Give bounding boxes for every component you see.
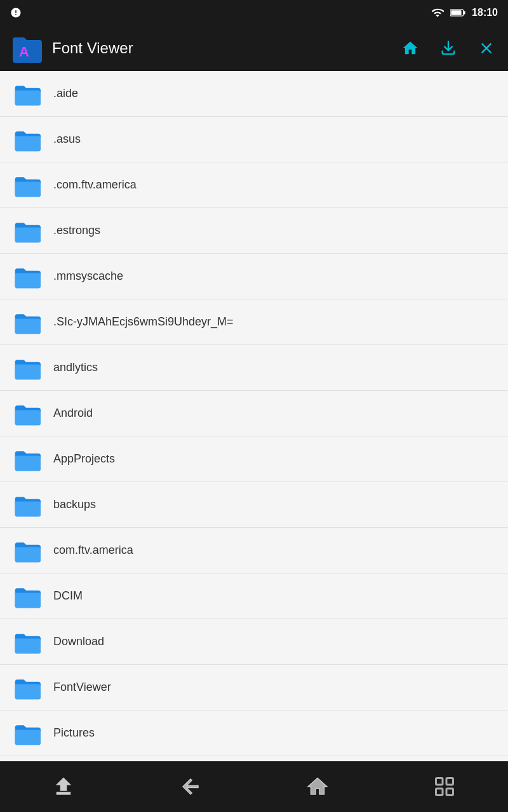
svg-text:A: A (19, 44, 29, 60)
folder-icon (13, 400, 41, 428)
svg-rect-1 (451, 10, 461, 15)
folder-name: FontViewer (53, 681, 111, 694)
folder-item[interactable]: FontViewer (0, 665, 508, 710)
download-button[interactable] (437, 37, 460, 60)
folder-name: .aide (53, 87, 78, 100)
folder-item[interactable]: Android (0, 391, 508, 436)
folder-icon (13, 491, 41, 519)
file-list: .aide .asus .com.ftv.america .estrongs . (0, 71, 508, 761)
folder-item[interactable]: .com.ftv.america (0, 162, 508, 208)
folder-name: Android (53, 407, 93, 420)
up-button[interactable] (44, 768, 83, 806)
folder-icon (13, 171, 41, 199)
app-title: Font Viewer (52, 39, 389, 57)
folder-icon (13, 263, 41, 291)
nav-home-icon (306, 775, 329, 798)
folder-icon (13, 537, 41, 565)
folder-item[interactable]: com.ftv.america (0, 528, 508, 573)
folder-name: AppProjects (53, 452, 115, 466)
folder-name: .mmsyscache (53, 270, 123, 283)
home-icon (401, 39, 419, 57)
folder-icon (13, 80, 41, 108)
folder-icon (13, 126, 41, 154)
folder-icon (13, 308, 41, 336)
folder-name: com.ftv.america (53, 544, 133, 557)
battery-icon (450, 7, 465, 18)
svg-rect-5 (446, 778, 453, 785)
folder-item[interactable]: .aide (0, 71, 508, 117)
folder-name: andlytics (53, 361, 98, 374)
wifi-icon (431, 6, 444, 19)
folder-item[interactable]: .asus (0, 117, 508, 162)
folder-item[interactable]: .mmsyscache (0, 254, 508, 299)
folder-item[interactable]: AppProjects (0, 436, 508, 482)
folder-icon (13, 354, 41, 382)
svg-rect-2 (464, 11, 465, 14)
app-bar-actions (399, 37, 498, 60)
folder-item[interactable]: .estrongs (0, 208, 508, 254)
up-icon (52, 775, 75, 798)
recents-icon (433, 775, 456, 798)
svg-rect-7 (436, 789, 443, 796)
folder-item[interactable]: .SIc-yJMAhEcjs6wmSi9Uhdeyr_M= (0, 299, 508, 345)
folder-name: .asus (53, 133, 81, 146)
back-icon (179, 775, 202, 798)
folder-name: Download (53, 635, 104, 648)
app-bar: A Font Viewer (0, 25, 508, 71)
folder-item[interactable]: DCIM (0, 573, 508, 619)
app-logo: A (10, 32, 42, 64)
folder-item[interactable]: Ringtones (0, 756, 508, 761)
svg-rect-6 (446, 789, 453, 796)
svg-rect-4 (436, 778, 443, 785)
status-time: 18:10 (472, 7, 498, 18)
status-bar: 18:10 (0, 0, 508, 25)
recents-button[interactable] (425, 768, 464, 806)
folder-icon (13, 217, 41, 245)
notification-icon (10, 7, 22, 18)
folder-name: DCIM (53, 589, 83, 603)
folder-icon (13, 719, 41, 747)
folder-item[interactable]: andlytics (0, 345, 508, 391)
folder-icon (13, 674, 41, 702)
close-icon (478, 39, 495, 57)
status-left (10, 7, 22, 18)
folder-name: Pictures (53, 726, 95, 740)
logo-icon: A (10, 32, 42, 64)
folder-item[interactable]: Download (0, 619, 508, 665)
status-right: 18:10 (431, 6, 498, 19)
close-button[interactable] (475, 37, 498, 60)
folder-name: .estrongs (53, 224, 100, 237)
nav-home-button[interactable] (298, 768, 337, 806)
folder-name: .SIc-yJMAhEcjs6wmSi9Uhdeyr_M= (53, 315, 234, 329)
folder-name: backups (53, 498, 96, 511)
bottom-nav (0, 761, 508, 812)
folder-name: .com.ftv.america (53, 178, 137, 192)
download-icon (439, 39, 457, 57)
home-button[interactable] (399, 37, 422, 60)
folder-icon (13, 628, 41, 656)
back-button[interactable] (171, 768, 210, 806)
folder-icon (13, 582, 41, 610)
folder-item[interactable]: Pictures (0, 710, 508, 756)
folder-item[interactable]: backups (0, 482, 508, 528)
folder-icon (13, 445, 41, 473)
